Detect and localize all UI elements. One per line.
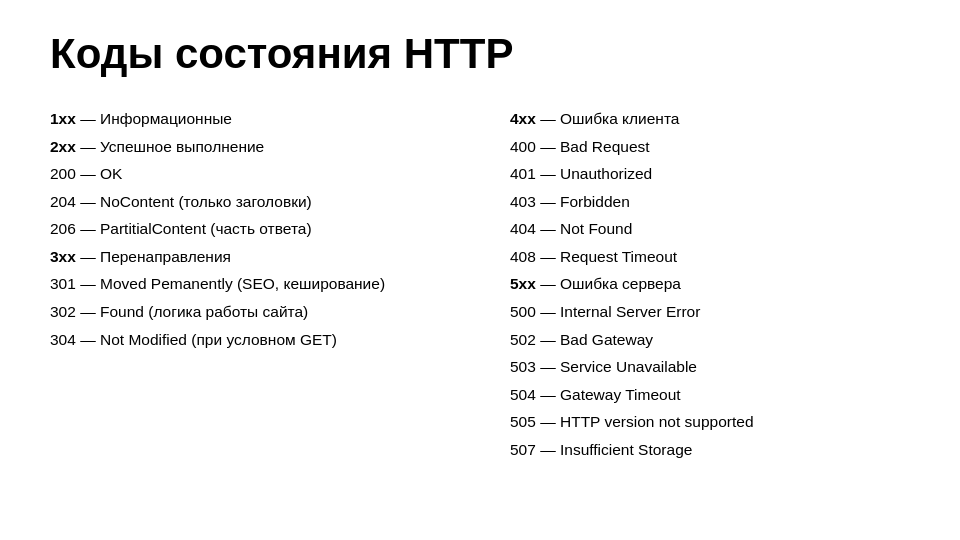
list-item: 507 — Insufficient Storage [510,437,910,463]
list-item: 3xx — Перенаправления [50,244,450,270]
list-item: 2xx — Успешное выполнение [50,134,450,160]
right-column: 4xx — Ошибка клиента400 — Bad Request401… [510,106,910,464]
list-item: 200 — OK [50,161,450,187]
list-item: 403 — Forbidden [510,189,910,215]
list-item: 301 — Moved Pemanently (SEO, кеширование… [50,271,450,297]
list-item: 404 — Not Found [510,216,910,242]
left-column: 1xx — Информационные2xx — Успешное выпол… [50,106,450,354]
list-item: 4xx — Ошибка клиента [510,106,910,132]
list-item: 500 — Internal Server Error [510,299,910,325]
list-item: 400 — Bad Request [510,134,910,160]
list-item: 502 — Bad Gateway [510,327,910,353]
list-item: 503 — Service Unavailable [510,354,910,380]
list-item: 206 — PartitialContent (часть ответа) [50,216,450,242]
page-title: Коды состояния HTTP [50,30,910,78]
list-item: 1xx — Информационные [50,106,450,132]
list-item: 504 — Gateway Timeout [510,382,910,408]
list-item: 408 — Request Timeout [510,244,910,270]
list-item: 505 — HTTP version not supported [510,409,910,435]
list-item: 401 — Unauthorized [510,161,910,187]
list-item: 304 — Not Modified (при условном GET) [50,327,450,353]
list-item: 5xx — Ошибка сервера [510,271,910,297]
list-item: 302 — Found (логика работы сайта) [50,299,450,325]
list-item: 204 — NoContent (только заголовки) [50,189,450,215]
content-area: 1xx — Информационные2xx — Успешное выпол… [50,106,910,464]
